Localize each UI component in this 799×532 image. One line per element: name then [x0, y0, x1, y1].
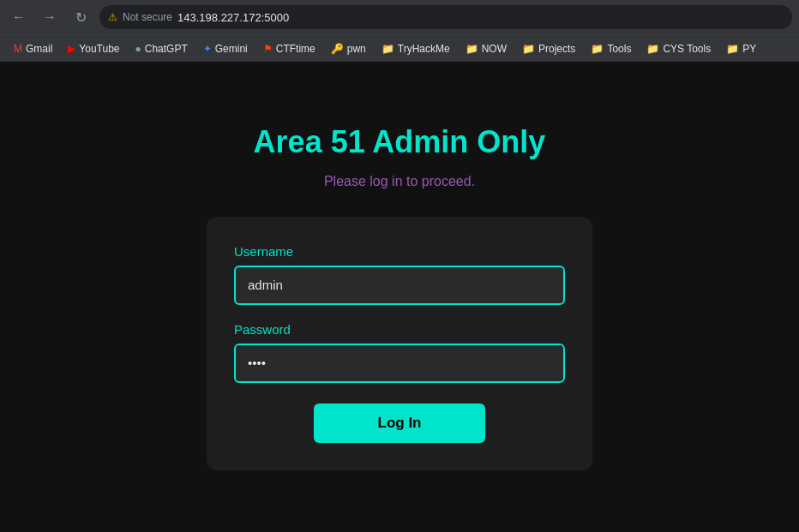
login-button[interactable]: Log In	[314, 403, 485, 443]
bookmark-ctftime-label: CTFtime	[276, 43, 315, 55]
nav-bar: ← → ↻ ⚠ Not secure 143.198.227.172:5000	[0, 0, 799, 34]
username-label: Username	[234, 244, 565, 259]
bookmark-gemini[interactable]: ✦ Gemini	[196, 40, 255, 57]
bookmark-chatgpt[interactable]: ● ChatGPT	[129, 40, 195, 57]
bookmark-pwn[interactable]: 🔑 pwn	[324, 40, 373, 57]
cys-tools-folder-icon: 📁	[646, 43, 659, 55]
password-group: Password	[234, 322, 565, 383]
gemini-icon: ✦	[203, 43, 212, 55]
security-label: Not secure	[123, 11, 172, 23]
pwn-icon: 🔑	[331, 43, 344, 55]
now-folder-icon: 📁	[466, 43, 478, 55]
bookmark-youtube-label: YouTube	[79, 43, 119, 55]
forward-button[interactable]: →	[38, 5, 62, 29]
password-label: Password	[234, 322, 565, 337]
bookmark-tryhackme[interactable]: 📁 TryHackMe	[375, 40, 457, 57]
chatgpt-icon: ●	[135, 43, 141, 55]
username-group: Username	[234, 244, 565, 305]
reload-button[interactable]: ↻	[69, 5, 93, 29]
bookmarks-bar: M Gmail ▶ YouTube ● ChatGPT ✦ Gemini ⚑ C…	[0, 34, 799, 62]
bookmark-ctftime[interactable]: ⚑ CTFtime	[256, 40, 322, 57]
login-card: Username Password Log In	[207, 217, 592, 470]
bookmark-youtube[interactable]: ▶ YouTube	[61, 40, 126, 57]
url-text: 143.198.227.172:5000	[177, 11, 289, 24]
bookmark-tools[interactable]: 📁 Tools	[584, 40, 638, 57]
page-subtitle: Please log in to proceed.	[324, 174, 475, 189]
bookmark-projects-label: Projects	[538, 43, 575, 55]
bookmark-cys-tools[interactable]: 📁 CYS Tools	[640, 40, 718, 57]
bookmark-pwn-label: pwn	[347, 43, 366, 55]
bookmark-now[interactable]: 📁 NOW	[459, 40, 514, 57]
address-bar[interactable]: ⚠ Not secure 143.198.227.172:5000	[99, 5, 792, 29]
tryhackme-folder-icon: 📁	[381, 43, 394, 55]
security-warning-icon: ⚠	[108, 11, 117, 23]
back-button[interactable]: ←	[7, 5, 31, 29]
username-input[interactable]	[234, 266, 565, 305]
bookmark-now-label: NOW	[482, 43, 507, 55]
bookmark-cys-tools-label: CYS Tools	[663, 43, 711, 55]
py-folder-icon: 📁	[726, 43, 739, 55]
bookmark-tools-label: Tools	[607, 43, 631, 55]
bookmark-py-label: PY	[742, 43, 756, 55]
page-title: Area 51 Admin Only	[254, 124, 546, 160]
youtube-icon: ▶	[68, 43, 75, 55]
bookmark-gemini-label: Gemini	[215, 43, 248, 55]
gmail-icon: M	[14, 43, 22, 55]
password-input[interactable]	[234, 344, 565, 383]
bookmark-tryhackme-label: TryHackMe	[398, 43, 450, 55]
projects-folder-icon: 📁	[522, 43, 535, 55]
bookmark-gmail[interactable]: M Gmail	[7, 40, 59, 57]
main-content: Area 51 Admin Only Please log in to proc…	[0, 62, 799, 532]
ctftime-icon: ⚑	[263, 43, 273, 55]
bookmark-py[interactable]: 📁 PY	[719, 40, 763, 57]
browser-chrome: ← → ↻ ⚠ Not secure 143.198.227.172:5000 …	[0, 0, 799, 62]
bookmark-chatgpt-label: ChatGPT	[145, 43, 188, 55]
bookmark-gmail-label: Gmail	[26, 43, 52, 55]
tools-folder-icon: 📁	[591, 43, 604, 55]
bookmark-projects[interactable]: 📁 Projects	[515, 40, 582, 57]
